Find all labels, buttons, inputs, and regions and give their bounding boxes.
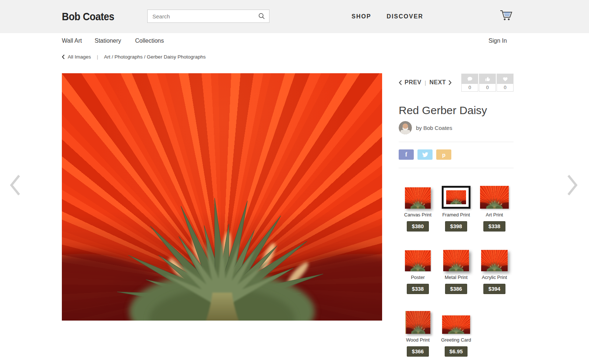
sign-in-link[interactable]: Sign In	[489, 38, 507, 44]
product-label[interactable]: Poster	[411, 275, 425, 280]
header-links: SHOP DISCOVER	[352, 0, 423, 33]
artist-avatar[interactable]	[399, 121, 412, 134]
shopping-cart-icon	[499, 9, 514, 22]
acrylic-print-thumb[interactable]	[481, 250, 508, 271]
comments-count: 0	[462, 84, 478, 91]
big-chevron-left-icon	[8, 174, 23, 197]
chevron-left-icon	[62, 54, 65, 59]
next-button[interactable]: NEXT	[429, 79, 452, 86]
facebook-icon: f	[405, 151, 407, 158]
metal-print-thumb[interactable]	[443, 250, 469, 271]
breadcrumb-back-link[interactable]: All Images	[62, 54, 91, 60]
big-chevron-right-icon	[565, 174, 579, 197]
pinterest-share-button[interactable]: p	[436, 149, 451, 160]
canvas-print-price-button[interactable]: $380	[407, 221, 429, 232]
prev-button[interactable]: PREV	[399, 79, 422, 86]
next-artwork-arrow[interactable]	[565, 174, 579, 197]
poster-thumb[interactable]	[405, 250, 431, 271]
pinterest-icon: p	[442, 152, 445, 158]
previous-artwork-arrow[interactable]	[8, 174, 23, 197]
product-label[interactable]: Acrylic Print	[482, 275, 507, 280]
product-art-print[interactable]: Art Print $338	[475, 180, 514, 232]
product-label[interactable]: Greeting Card	[441, 337, 471, 343]
favorites-stat[interactable]: 0	[497, 74, 514, 92]
cart-button[interactable]	[498, 9, 515, 24]
category-nav: Wall Art Stationery Collections Sign In	[0, 33, 589, 50]
search-box	[147, 10, 269, 23]
product-wood-print[interactable]: Wood Print $366	[399, 305, 437, 357]
engagement-stats: 0 0 0	[461, 74, 514, 92]
thumbs-up-icon	[484, 76, 491, 82]
art-print-price-button[interactable]: $338	[483, 221, 505, 232]
discover-link[interactable]: DISCOVER	[387, 13, 423, 20]
product-label[interactable]: Canvas Print	[404, 212, 431, 218]
likes-count: 0	[479, 84, 495, 91]
panel-top-row: PREV | NEXT 0	[399, 73, 514, 92]
artist-link[interactable]: by Bob Coates	[399, 121, 514, 134]
search-input[interactable]	[148, 13, 254, 20]
share-buttons: f p	[399, 149, 514, 160]
product-metal-print[interactable]: Metal Print $386	[437, 243, 475, 294]
product-acrylic-print[interactable]: Acrylic Print $394	[475, 243, 514, 294]
metal-print-price-button[interactable]: $386	[445, 284, 467, 294]
product-framed-print[interactable]: Framed Print $398	[437, 180, 475, 232]
product-grid: Canvas Print $380 Framed Print $398 Art …	[399, 180, 514, 357]
greeting-card-thumb[interactable]	[442, 315, 470, 334]
wood-print-price-button[interactable]: $366	[407, 346, 429, 357]
art-print-thumb[interactable]	[480, 186, 509, 209]
artwork-title: Red Gerber Daisy	[399, 104, 514, 117]
twitter-share-button[interactable]	[417, 149, 433, 160]
comments-stat[interactable]: 0	[461, 74, 478, 92]
facebook-share-button[interactable]: f	[399, 149, 414, 160]
daisy-fan-art	[62, 73, 382, 321]
nav-item-collections[interactable]: Collections	[135, 38, 164, 44]
artwork-image[interactable]	[62, 73, 382, 321]
product-label[interactable]: Art Print	[486, 212, 503, 218]
nav-item-wall-art[interactable]: Wall Art	[62, 38, 82, 44]
chevron-right-icon	[448, 80, 452, 85]
nav-item-stationery[interactable]: Stationery	[95, 38, 121, 44]
divider	[399, 142, 514, 142]
chevron-left-icon	[399, 80, 402, 85]
breadcrumb: All Images | Art / Photographs / Gerber …	[62, 54, 206, 60]
likes-stat[interactable]: 0	[479, 74, 496, 92]
wood-print-thumb[interactable]	[405, 311, 430, 334]
twitter-bird-icon	[422, 152, 428, 158]
site-logo[interactable]: Bob Coates	[62, 10, 114, 23]
site-header: Bob Coates SHOP DISCOVER	[0, 0, 589, 33]
search-button[interactable]	[254, 10, 269, 22]
breadcrumb-back-label: All Images	[68, 54, 91, 60]
daisy-photo	[62, 73, 382, 321]
product-canvas-print[interactable]: Canvas Print $380	[399, 180, 437, 232]
framed-print-price-button[interactable]: $398	[445, 221, 467, 232]
artist-byline[interactable]: by Bob Coates	[416, 125, 452, 131]
heart-icon	[502, 76, 508, 82]
artist-photo	[399, 121, 412, 134]
divider	[399, 168, 514, 168]
next-label: NEXT	[429, 79, 446, 86]
magnifier-icon	[258, 13, 265, 20]
purchase-panel: PREV | NEXT 0	[399, 73, 514, 357]
poster-price-button[interactable]: $338	[407, 284, 429, 294]
product-label[interactable]: Framed Print	[442, 212, 470, 218]
greeting-card-price-button[interactable]: $6.95	[445, 346, 468, 357]
product-greeting-card[interactable]: Greeting Card $6.95	[437, 305, 475, 357]
favorites-count: 0	[497, 84, 513, 91]
prev-label: PREV	[405, 79, 422, 86]
product-poster[interactable]: Poster $338	[399, 243, 437, 294]
comment-icon	[467, 76, 473, 82]
artwork-pager: PREV | NEXT	[399, 79, 452, 86]
pager-separator: |	[425, 79, 426, 86]
acrylic-print-price-button[interactable]: $394	[483, 284, 505, 294]
breadcrumb-path[interactable]: Art / Photographs / Gerber Daisy Photogr…	[104, 54, 206, 60]
breadcrumb-separator: |	[97, 54, 98, 60]
canvas-print-thumb[interactable]	[405, 187, 431, 209]
product-label[interactable]: Wood Print	[406, 337, 430, 343]
product-label[interactable]: Metal Print	[445, 275, 468, 280]
shop-link[interactable]: SHOP	[352, 13, 371, 20]
framed-print-thumb[interactable]	[442, 186, 470, 209]
